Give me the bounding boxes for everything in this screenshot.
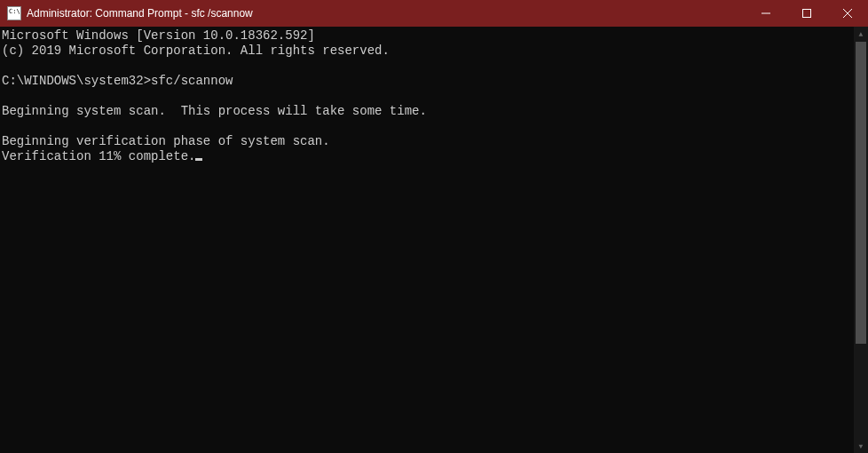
vertical-scrollbar[interactable]: ▲ ▼ xyxy=(854,27,868,453)
version-line: Microsoft Windows [Version 10.0.18362.59… xyxy=(2,28,868,44)
terminal-output[interactable]: Microsoft Windows [Version 10.0.18362.59… xyxy=(0,27,868,453)
verify-begin-line: Beginning verification phase of system s… xyxy=(2,134,868,149)
svg-rect-1 xyxy=(803,10,811,18)
maximize-button[interactable] xyxy=(786,0,827,27)
text-cursor xyxy=(195,158,202,161)
scroll-up-arrow-icon[interactable]: ▲ xyxy=(854,27,868,41)
blank-line xyxy=(2,89,868,104)
window-title: Administrator: Command Prompt - sfc /sca… xyxy=(27,7,746,20)
blank-line xyxy=(2,59,868,74)
verify-progress-text: Verification 11% complete. xyxy=(2,149,195,163)
cmd-icon xyxy=(7,6,21,20)
verify-progress-line: Verification 11% complete. xyxy=(2,149,868,164)
window-controls xyxy=(746,0,868,27)
close-button[interactable] xyxy=(827,0,868,27)
window-titlebar: Administrator: Command Prompt - sfc /sca… xyxy=(0,0,868,27)
minimize-button[interactable] xyxy=(746,0,786,27)
entered-command: sfc/scannow xyxy=(151,74,233,88)
copyright-line: (c) 2019 Microsoft Corporation. All righ… xyxy=(2,44,868,59)
prompt-path: C:\WINDOWS\system32> xyxy=(2,74,151,88)
scan-begin-line: Beginning system scan. This process will… xyxy=(2,104,868,119)
scrollbar-thumb[interactable] xyxy=(856,42,866,344)
prompt-line: C:\WINDOWS\system32>sfc/scannow xyxy=(2,74,868,89)
scroll-down-arrow-icon[interactable]: ▼ xyxy=(854,439,868,453)
blank-line xyxy=(2,119,868,134)
